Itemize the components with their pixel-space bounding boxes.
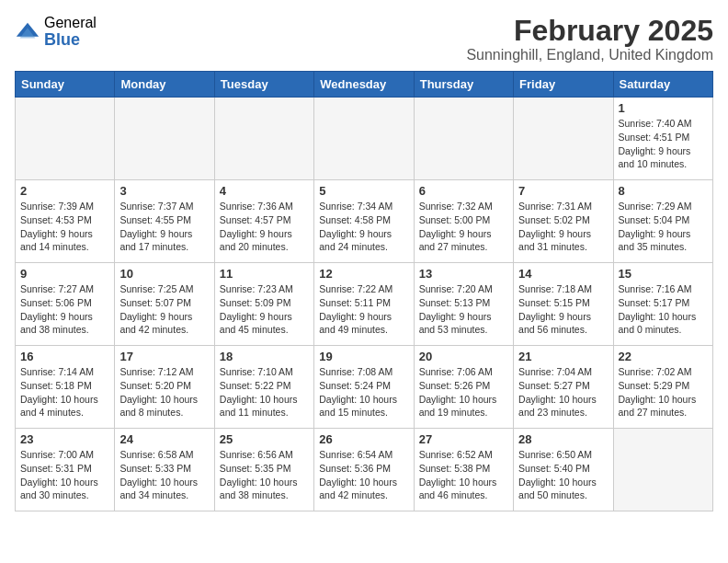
day-number: 26 <box>319 432 408 446</box>
calendar-cell: 11Sunrise: 7:23 AM Sunset: 5:09 PM Dayli… <box>214 263 313 346</box>
week-row: 16Sunrise: 7:14 AM Sunset: 5:18 PM Dayli… <box>16 346 713 429</box>
day-info: Sunrise: 7:25 AM Sunset: 5:07 PM Dayligh… <box>119 282 209 337</box>
day-number: 10 <box>119 267 209 281</box>
calendar-cell: 28Sunrise: 6:50 AM Sunset: 5:40 PM Dayli… <box>514 429 613 511</box>
calendar-cell <box>514 98 613 180</box>
day-info: Sunrise: 7:37 AM Sunset: 4:55 PM Dayligh… <box>119 200 209 254</box>
day-info: Sunrise: 6:54 AM Sunset: 5:36 PM Dayligh… <box>319 448 408 502</box>
day-number: 8 <box>619 184 708 198</box>
calendar-subtitle: Sunninghill, England, United Kingdom <box>466 47 713 63</box>
logo-general: General <box>44 15 97 31</box>
day-info: Sunrise: 6:56 AM Sunset: 5:35 PM Dayligh… <box>220 448 309 502</box>
day-info: Sunrise: 7:20 AM Sunset: 5:13 PM Dayligh… <box>419 282 508 337</box>
calendar-table: SundayMondayTuesdayWednesdayThursdayFrid… <box>15 71 713 511</box>
calendar-cell: 19Sunrise: 7:08 AM Sunset: 5:24 PM Dayli… <box>314 346 414 429</box>
title-block: February 2025 Sunninghill, England, Unit… <box>466 15 713 63</box>
calendar-cell: 22Sunrise: 7:02 AM Sunset: 5:29 PM Dayli… <box>613 346 712 429</box>
day-number: 27 <box>419 432 508 446</box>
day-info: Sunrise: 7:04 AM Sunset: 5:27 PM Dayligh… <box>518 365 608 419</box>
page-header: General Blue February 2025 Sunninghill, … <box>15 15 713 63</box>
weekday-header: Friday <box>514 72 613 98</box>
day-info: Sunrise: 7:12 AM Sunset: 5:20 PM Dayligh… <box>119 365 209 419</box>
day-number: 4 <box>220 184 309 198</box>
calendar-cell: 15Sunrise: 7:16 AM Sunset: 5:17 PM Dayli… <box>613 263 712 346</box>
calendar-cell: 7Sunrise: 7:31 AM Sunset: 5:02 PM Daylig… <box>514 180 613 263</box>
calendar-cell: 20Sunrise: 7:06 AM Sunset: 5:26 PM Dayli… <box>414 346 513 429</box>
day-info: Sunrise: 6:52 AM Sunset: 5:38 PM Dayligh… <box>419 448 508 502</box>
day-info: Sunrise: 7:40 AM Sunset: 4:51 PM Dayligh… <box>619 117 708 171</box>
weekday-header-row: SundayMondayTuesdayWednesdayThursdayFrid… <box>16 72 713 98</box>
calendar-cell <box>314 98 414 180</box>
day-info: Sunrise: 7:16 AM Sunset: 5:17 PM Dayligh… <box>619 282 708 337</box>
calendar-cell: 4Sunrise: 7:36 AM Sunset: 4:57 PM Daylig… <box>214 180 313 263</box>
day-number: 19 <box>319 350 408 363</box>
day-number: 11 <box>220 267 309 281</box>
logo-icon <box>15 19 40 45</box>
calendar-cell: 2Sunrise: 7:39 AM Sunset: 4:53 PM Daylig… <box>16 180 115 263</box>
day-info: Sunrise: 7:22 AM Sunset: 5:11 PM Dayligh… <box>319 282 408 337</box>
calendar-cell: 18Sunrise: 7:10 AM Sunset: 5:22 PM Dayli… <box>214 346 313 429</box>
week-row: 9Sunrise: 7:27 AM Sunset: 5:06 PM Daylig… <box>16 263 713 346</box>
calendar-cell: 9Sunrise: 7:27 AM Sunset: 5:06 PM Daylig… <box>16 263 115 346</box>
day-number: 5 <box>319 184 408 198</box>
day-info: Sunrise: 7:10 AM Sunset: 5:22 PM Dayligh… <box>220 365 309 419</box>
day-number: 23 <box>20 432 109 446</box>
day-info: Sunrise: 7:36 AM Sunset: 4:57 PM Dayligh… <box>220 200 309 254</box>
day-number: 18 <box>220 350 309 363</box>
calendar-cell: 23Sunrise: 7:00 AM Sunset: 5:31 PM Dayli… <box>16 429 115 511</box>
day-info: Sunrise: 7:31 AM Sunset: 5:02 PM Dayligh… <box>518 200 608 254</box>
calendar-cell: 1Sunrise: 7:40 AM Sunset: 4:51 PM Daylig… <box>613 98 712 180</box>
day-number: 1 <box>619 101 708 115</box>
calendar-cell <box>214 98 313 180</box>
calendar-cell <box>16 98 115 180</box>
day-info: Sunrise: 7:32 AM Sunset: 5:00 PM Dayligh… <box>419 200 508 254</box>
calendar-cell <box>115 98 214 180</box>
day-number: 21 <box>518 350 608 363</box>
calendar-cell: 14Sunrise: 7:18 AM Sunset: 5:15 PM Dayli… <box>514 263 613 346</box>
calendar-title: February 2025 <box>466 15 713 47</box>
day-info: Sunrise: 7:08 AM Sunset: 5:24 PM Dayligh… <box>319 365 408 419</box>
logo: General Blue <box>15 15 97 49</box>
calendar-cell: 13Sunrise: 7:20 AM Sunset: 5:13 PM Dayli… <box>414 263 513 346</box>
logo-text: General Blue <box>44 15 97 49</box>
week-row: 23Sunrise: 7:00 AM Sunset: 5:31 PM Dayli… <box>16 429 713 511</box>
calendar-cell: 27Sunrise: 6:52 AM Sunset: 5:38 PM Dayli… <box>414 429 513 511</box>
day-number: 22 <box>619 350 708 363</box>
weekday-header: Tuesday <box>214 72 313 98</box>
day-number: 7 <box>518 184 608 198</box>
calendar-cell: 5Sunrise: 7:34 AM Sunset: 4:58 PM Daylig… <box>314 180 414 263</box>
day-info: Sunrise: 7:29 AM Sunset: 5:04 PM Dayligh… <box>619 200 708 254</box>
weekday-header: Thursday <box>414 72 513 98</box>
day-info: Sunrise: 7:00 AM Sunset: 5:31 PM Dayligh… <box>20 448 109 502</box>
day-number: 25 <box>220 432 309 446</box>
calendar-cell <box>414 98 513 180</box>
day-number: 9 <box>20 267 109 281</box>
day-info: Sunrise: 6:58 AM Sunset: 5:33 PM Dayligh… <box>119 448 209 502</box>
calendar-cell: 6Sunrise: 7:32 AM Sunset: 5:00 PM Daylig… <box>414 180 513 263</box>
day-info: Sunrise: 7:14 AM Sunset: 5:18 PM Dayligh… <box>20 365 109 419</box>
day-info: Sunrise: 6:50 AM Sunset: 5:40 PM Dayligh… <box>518 448 608 502</box>
weekday-header: Sunday <box>16 72 115 98</box>
day-info: Sunrise: 7:27 AM Sunset: 5:06 PM Dayligh… <box>20 282 109 337</box>
calendar-cell: 12Sunrise: 7:22 AM Sunset: 5:11 PM Dayli… <box>314 263 414 346</box>
weekday-header: Wednesday <box>314 72 414 98</box>
day-number: 20 <box>419 350 508 363</box>
calendar-cell: 25Sunrise: 6:56 AM Sunset: 5:35 PM Dayli… <box>214 429 313 511</box>
weekday-header: Monday <box>115 72 214 98</box>
day-info: Sunrise: 7:23 AM Sunset: 5:09 PM Dayligh… <box>220 282 309 337</box>
day-number: 3 <box>119 184 209 198</box>
day-number: 13 <box>419 267 508 281</box>
day-number: 28 <box>518 432 608 446</box>
calendar-cell: 3Sunrise: 7:37 AM Sunset: 4:55 PM Daylig… <box>115 180 214 263</box>
day-number: 6 <box>419 184 508 198</box>
day-number: 16 <box>20 350 109 363</box>
calendar-cell: 17Sunrise: 7:12 AM Sunset: 5:20 PM Dayli… <box>115 346 214 429</box>
weekday-header: Saturday <box>613 72 712 98</box>
calendar-cell: 24Sunrise: 6:58 AM Sunset: 5:33 PM Dayli… <box>115 429 214 511</box>
day-number: 12 <box>319 267 408 281</box>
day-number: 17 <box>119 350 209 363</box>
week-row: 1Sunrise: 7:40 AM Sunset: 4:51 PM Daylig… <box>16 98 713 180</box>
day-number: 14 <box>518 267 608 281</box>
day-number: 15 <box>619 267 708 281</box>
day-info: Sunrise: 7:39 AM Sunset: 4:53 PM Dayligh… <box>20 200 109 254</box>
